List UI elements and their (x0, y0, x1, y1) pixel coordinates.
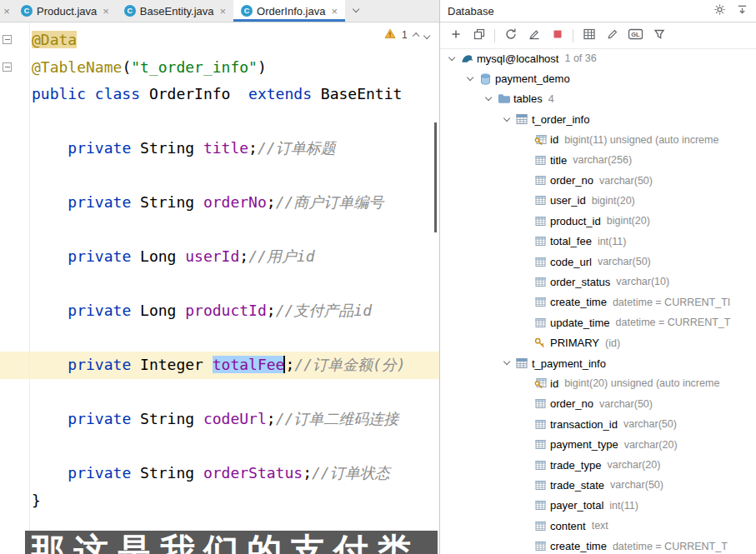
tab-list-chevron-icon[interactable] (345, 0, 367, 22)
tree-row[interactable]: t_payment_info (440, 353, 756, 373)
code-line (32, 162, 439, 190)
folder-icon (496, 93, 511, 104)
tree-row[interactable]: order_statusvarchar(10) (440, 272, 756, 292)
prev-warning-button[interactable] (413, 29, 418, 41)
tab-product-java[interactable]: CProduct.java× (13, 0, 117, 22)
database-tree: mysql@localhost1 of 36payment_demotables… (440, 48, 756, 554)
console-icon: GL (628, 27, 643, 44)
warning-count: 1 (402, 29, 408, 41)
settings-icon[interactable] (713, 3, 726, 18)
duplicate-button[interactable] (468, 26, 490, 45)
tree-row[interactable]: transaction_idvarchar(50) (440, 414, 756, 434)
code-token: ; (267, 193, 276, 211)
code-area[interactable]: @Data@TableName("t_order_info")public cl… (0, 22, 439, 514)
tree-row[interactable]: total_feeint(11) (440, 232, 756, 252)
code-token: //订单二维码连接 (276, 410, 399, 427)
tree-item-label: content (550, 520, 586, 532)
code-token: ; (267, 302, 276, 319)
chevron-down-icon[interactable] (500, 118, 514, 121)
tree-row[interactable]: order_novarchar(50) (440, 394, 756, 414)
code-token: ; (248, 139, 258, 157)
tree-item-meta: 1 of 36 (564, 52, 596, 64)
tree-row[interactable]: idbigint(20) unsigned (auto increme (440, 373, 756, 393)
refresh-icon (504, 27, 518, 44)
svg-text:GL: GL (631, 31, 640, 38)
close-icon[interactable]: × (220, 5, 227, 17)
tree-row[interactable]: payment_demo (440, 68, 756, 88)
code-line: private String orderNo;//商户订单编号 (32, 189, 439, 217)
chevron-down-icon[interactable] (463, 77, 478, 80)
tree-row[interactable]: product_idbigint(20) (440, 211, 756, 231)
hide-panel-icon[interactable] (736, 3, 748, 18)
column-key-icon (533, 134, 548, 146)
tree-row[interactable]: update_timedatetime = CURRENT_T (440, 312, 756, 332)
column-icon (533, 439, 548, 450)
add-button[interactable] (444, 26, 467, 45)
tree-row[interactable]: t_order_info (440, 109, 756, 129)
schema-icon (478, 73, 493, 85)
duplicate-icon (473, 27, 486, 44)
tree-item-label: PRIMARY (550, 337, 599, 349)
code-line: private Long userId;//用户id (32, 243, 439, 271)
close-icon[interactable]: × (0, 0, 13, 22)
add-icon (449, 27, 463, 44)
tree-row[interactable]: tables4 (440, 89, 756, 109)
code-token: BaseEntit (321, 85, 403, 102)
chevron-down-icon[interactable] (445, 57, 459, 60)
code-token: String (140, 139, 203, 157)
tree-item-meta: 4 (548, 93, 554, 105)
code-token (32, 193, 68, 211)
close-icon[interactable]: × (331, 5, 338, 17)
tree-item-label: order_no (550, 174, 593, 187)
warning-icon (384, 28, 396, 42)
chevron-down-icon[interactable] (482, 97, 496, 100)
tab-baseentity-java[interactable]: CBaseEntity.java× (117, 0, 233, 22)
code-token: ; (239, 247, 248, 265)
code-token: ( (122, 58, 131, 76)
code-token: String (140, 410, 203, 427)
tree-item-meta: (id) (605, 337, 620, 349)
tree-row[interactable]: contenttext (440, 516, 756, 536)
code-token: //订单金额(分) (294, 356, 405, 373)
tree-item-meta: varchar(50) (599, 398, 653, 410)
tree-row[interactable]: mysql@localhost1 of 36 (440, 48, 756, 68)
tree-item-label: user_id (550, 194, 586, 207)
code-token: private (68, 139, 140, 157)
subtitle-text: 那这是我们的支付类 (30, 531, 438, 554)
tree-row[interactable]: user_idbigint(20) (440, 191, 756, 211)
filter-button[interactable] (648, 26, 670, 45)
close-icon[interactable]: × (103, 5, 109, 17)
inspections-widget[interactable]: 1 (384, 28, 429, 42)
chevron-down-icon[interactable] (500, 362, 514, 364)
tree-row[interactable]: idbigint(11) unsigned (auto increme (440, 130, 756, 150)
scrollbar-thumb[interactable] (434, 122, 437, 232)
tree-row[interactable]: titlevarchar(256) (440, 150, 756, 170)
tree-item-meta: varchar(256) (573, 154, 632, 166)
tree-row[interactable]: PRIMARY(id) (440, 332, 756, 352)
tree-row[interactable]: create_timedatetime = CURRENT_TI (440, 292, 756, 312)
edit-button[interactable] (601, 26, 623, 45)
submit-button[interactable] (523, 26, 545, 45)
code-token: @TableName (32, 58, 122, 76)
tree-item-meta: varchar(50) (610, 479, 663, 491)
refresh-button[interactable] (499, 26, 522, 45)
tree-row[interactable]: order_novarchar(50) (440, 170, 756, 190)
tree-row[interactable]: code_urlvarchar(50) (440, 252, 756, 272)
tree-row[interactable]: trade_typevarchar(20) (440, 455, 756, 475)
tree-row[interactable]: trade_statevarchar(50) (440, 475, 756, 495)
console-button[interactable]: GL (624, 26, 647, 45)
tree-row[interactable]: create_timedatetime = CURRENT_T (440, 536, 756, 554)
tree-item-meta: varchar(50) (599, 175, 653, 187)
tree-row[interactable]: payer_totalint(11) (440, 496, 756, 516)
tree-item-meta: bigint(20) (607, 215, 650, 227)
tree-item-label: order_no (550, 397, 593, 410)
column-key-icon (533, 377, 548, 389)
tree-row[interactable]: payment_typevarchar(20) (440, 434, 756, 454)
stop-button[interactable] (546, 26, 568, 45)
code-editor[interactable]: @Data@TableName("t_order_info")public cl… (0, 22, 439, 554)
next-warning-button[interactable] (424, 29, 429, 41)
table-button[interactable] (578, 26, 600, 45)
tab-orderinfo-java[interactable]: COrderInfo.java× (233, 0, 345, 22)
tree-item-meta: int(11) (609, 500, 638, 512)
column-icon (533, 521, 548, 532)
